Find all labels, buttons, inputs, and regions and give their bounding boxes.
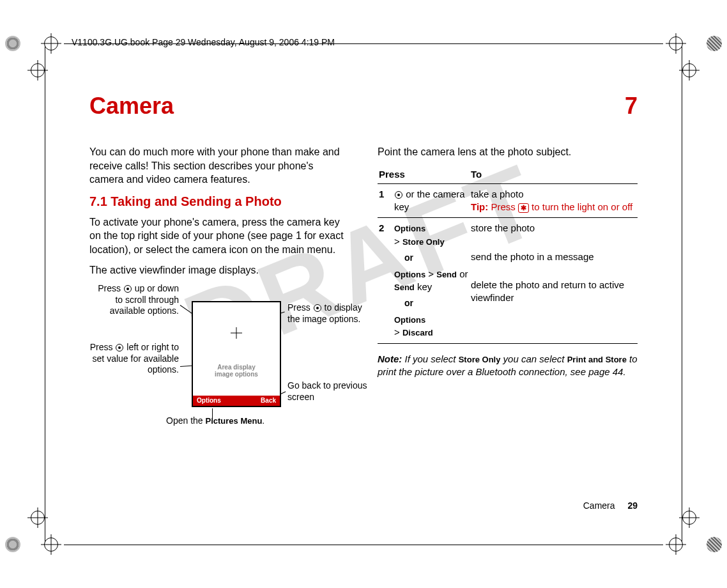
to-text: take a photo xyxy=(471,188,636,201)
callout-leftright: Press left or right to set value for ava… xyxy=(89,342,179,376)
menu-name: Store Only xyxy=(402,237,445,247)
right-column: Point the camera lens at the photo subje… xyxy=(378,145,638,449)
softkey-bar: Options Back xyxy=(193,396,280,406)
to-cell: store the photo send the photo in a mess… xyxy=(470,218,638,343)
to-text: store the photo xyxy=(471,222,636,235)
press-text: or the camera key xyxy=(394,189,465,212)
header-file-path: V1100.3G.UG.book Page 29 Wednesday, Augu… xyxy=(72,37,335,47)
section-heading: 7.1 Taking and Sending a Photo xyxy=(89,193,349,210)
label-text: image options xyxy=(193,371,280,378)
intro-paragraph: You can do much more with your phone tha… xyxy=(89,145,349,187)
crop-line xyxy=(64,545,663,545)
menu-name: Send xyxy=(436,270,457,279)
viewfinder-diagram: Press up or down to scroll through avail… xyxy=(89,283,349,449)
sep: > xyxy=(425,268,436,279)
note-paragraph: Note: If you select Store Only you can s… xyxy=(378,353,638,379)
menu-name: Options xyxy=(394,224,425,233)
tip-text: Press xyxy=(488,201,518,212)
nav-key-icon xyxy=(116,344,123,352)
menu-name: Print and Store xyxy=(567,355,627,364)
nav-key-icon xyxy=(395,191,402,199)
table-header-row: Press To xyxy=(378,166,638,184)
callout-text: Press xyxy=(90,342,116,352)
note-text: If you select xyxy=(402,353,458,364)
th-to: To xyxy=(470,166,638,184)
nav-key-icon xyxy=(314,304,321,312)
caption-text: Open the xyxy=(166,415,206,426)
crop-target xyxy=(31,511,45,525)
crop-target xyxy=(31,63,45,77)
crop-row-bottom xyxy=(0,534,727,555)
menu-name: Store Only xyxy=(459,355,501,364)
or-label: or xyxy=(394,297,468,309)
menu-name: Discard xyxy=(402,328,433,337)
crop-target xyxy=(669,36,683,50)
menu-name: Send xyxy=(394,282,415,292)
or-label: or xyxy=(394,252,468,264)
registration-mark xyxy=(707,36,722,51)
th-press: Press xyxy=(378,166,470,184)
press-text: key xyxy=(415,281,432,292)
to-cell: take a photo Tip: Press ✱ to turn the li… xyxy=(470,183,638,218)
callout-back: Go back to previous screen xyxy=(287,380,377,403)
chapter-heading-row: Camera 7 xyxy=(89,93,638,120)
tip-line: Tip: Press ✱ to turn the light on or off xyxy=(471,201,636,213)
to-text: send the photo in a message xyxy=(471,251,636,263)
softkey-right: Back xyxy=(261,396,276,405)
caption-text: . xyxy=(262,415,264,426)
phone-screen: Area display image options Options Back xyxy=(192,301,281,407)
footer-page-number: 29 xyxy=(627,500,638,511)
star-key-icon: ✱ xyxy=(518,203,529,213)
menu-name: Pictures Menu xyxy=(206,416,263,426)
chapter-number: 7 xyxy=(625,93,638,120)
note-lead: Note: xyxy=(378,353,402,364)
to-text: delete the photo and return to active vi… xyxy=(471,279,636,305)
page-footer: Camera 29 xyxy=(583,500,638,511)
body-paragraph: To activate your phone's camera, press t… xyxy=(89,215,349,257)
step-number: 2 xyxy=(378,218,393,343)
press-cell: Options > Store Only or Options > Send o… xyxy=(393,218,470,343)
press-text: or xyxy=(457,268,468,279)
page-content: Camera 7 You can do much more with your … xyxy=(45,67,682,521)
menu-name: Options xyxy=(394,315,425,325)
footer-section: Camera xyxy=(583,500,615,511)
open-caption: Open the Pictures Menu. xyxy=(166,415,264,427)
note-text: you can select xyxy=(500,353,567,364)
press-cell: or the camera key xyxy=(393,183,470,218)
callout-display-options: Press to display the image options. xyxy=(287,302,377,325)
area-display-label: Area display image options xyxy=(193,364,280,378)
callout-text: Press xyxy=(287,302,313,313)
tip-lead: Tip: xyxy=(471,201,488,212)
crop-target xyxy=(682,63,696,77)
registration-mark xyxy=(707,537,722,552)
menu-name: Options xyxy=(394,270,425,279)
crosshair-icon xyxy=(231,327,242,339)
tip-text: to turn the light on or off xyxy=(529,201,632,212)
label-text: Area display xyxy=(193,364,280,371)
table-row: 2 Options > Store Only or Options > Send… xyxy=(378,218,638,343)
lead-paragraph: Point the camera lens at the photo subje… xyxy=(378,145,638,159)
table-row: 1 or the camera key take a photo Tip: Pr… xyxy=(378,183,638,218)
callout-updown: Press up or down to scroll through avail… xyxy=(89,283,179,317)
crop-target xyxy=(682,511,696,525)
crop-target xyxy=(44,36,58,50)
crop-target xyxy=(669,538,683,552)
crop-target xyxy=(44,538,58,552)
left-column: You can do much more with your phone tha… xyxy=(89,145,349,449)
step-number: 1 xyxy=(378,183,393,218)
registration-mark xyxy=(5,537,20,552)
registration-mark xyxy=(5,36,20,51)
chapter-title: Camera xyxy=(89,93,174,120)
callout-text: Press xyxy=(98,283,123,293)
nav-key-icon xyxy=(124,285,132,293)
steps-table: Press To 1 or the camera key take a phot… xyxy=(378,166,638,344)
body-paragraph: The active viewfinder image displays. xyxy=(89,263,349,277)
softkey-left: Options xyxy=(197,396,221,405)
